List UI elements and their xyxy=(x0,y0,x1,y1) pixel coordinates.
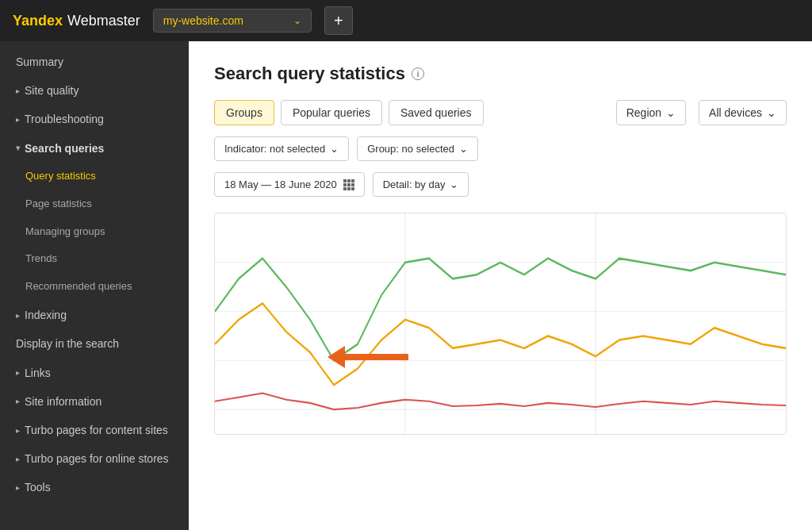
group-filter-button[interactable]: Group: no selected ⌄ xyxy=(357,136,478,161)
sidebar-item-label: Links xyxy=(25,366,51,380)
chevron-down-icon: ⌄ xyxy=(666,106,676,119)
yellow-line xyxy=(215,303,786,385)
filter-row: Indicator: not selected ⌄ Group: no sele… xyxy=(214,136,787,161)
devices-filter-button[interactable]: All devices ⌄ xyxy=(699,100,787,125)
sidebar-item-label: Site quality xyxy=(25,83,79,98)
chevron-right-icon xyxy=(16,114,20,125)
info-icon[interactable]: i xyxy=(412,67,424,80)
chart-container xyxy=(214,213,787,435)
date-range-text: 18 May — 18 June 2020 xyxy=(224,179,337,190)
sidebar-item-managing-groups[interactable]: Managing groups xyxy=(0,218,189,246)
chevron-right-icon xyxy=(16,425,20,436)
sidebar-item-search-queries[interactable]: Search queries xyxy=(0,134,189,163)
sidebar-item-query-statistics[interactable]: Query statistics xyxy=(0,163,189,190)
content-area: Search query statistics i Groups Popular… xyxy=(189,41,812,530)
sidebar-item-label: Recommended queries xyxy=(25,280,132,294)
header: Yandex Webmaster my-website.com ⌄ + xyxy=(0,0,812,41)
chevron-down-icon: ⌄ xyxy=(293,15,301,26)
sidebar-item-turbo-content[interactable]: Turbo pages for content sites xyxy=(0,416,189,444)
sidebar-item-links[interactable]: Links xyxy=(0,359,189,387)
sidebar-item-label: Search queries xyxy=(25,141,104,156)
sidebar-item-troubleshooting[interactable]: Troubleshooting xyxy=(0,105,189,133)
sidebar-item-page-statistics[interactable]: Page statistics xyxy=(0,190,189,218)
site-name: my-website.com xyxy=(163,14,243,27)
calendar-icon xyxy=(343,179,354,190)
sidebar-item-site-information[interactable]: Site information xyxy=(0,387,189,416)
sidebar: Summary Site quality Troubleshooting Sea… xyxy=(0,41,189,530)
sidebar-item-label: Turbo pages for content sites xyxy=(25,423,168,437)
sidebar-item-indexing[interactable]: Indexing xyxy=(0,301,189,329)
sidebar-item-label: Site information xyxy=(25,394,102,409)
sidebar-item-label: Turbo pages for online stores xyxy=(25,451,169,466)
sidebar-item-label: Managing groups xyxy=(25,225,105,239)
date-range-button[interactable]: 18 May — 18 June 2020 xyxy=(214,172,365,197)
sidebar-item-tools[interactable]: Tools xyxy=(0,473,189,501)
chevron-down-icon xyxy=(16,143,20,153)
chevron-down-icon: ⌄ xyxy=(450,179,458,190)
sidebar-item-label: Display in the search xyxy=(16,336,119,351)
chevron-down-icon: ⌄ xyxy=(459,143,468,155)
main-layout: Summary Site quality Troubleshooting Sea… xyxy=(0,41,812,530)
region-filter-button[interactable]: Region ⌄ xyxy=(616,100,686,125)
sidebar-item-label: Trends xyxy=(25,252,57,266)
indicator-filter-button[interactable]: Indicator: not selected ⌄ xyxy=(214,136,349,161)
site-selector[interactable]: my-website.com ⌄ xyxy=(153,9,312,33)
sidebar-item-recommended-queries[interactable]: Recommended queries xyxy=(0,273,189,301)
sidebar-item-display-in-search[interactable]: Display in the search xyxy=(0,329,189,358)
sidebar-item-label: Summary xyxy=(16,55,63,69)
logo-webmaster: Webmaster xyxy=(67,13,140,29)
sidebar-item-site-quality[interactable]: Site quality xyxy=(0,76,189,105)
sidebar-item-summary[interactable]: Summary xyxy=(0,48,189,76)
logo: Yandex Webmaster xyxy=(13,13,140,29)
sidebar-item-label: Tools xyxy=(25,480,51,494)
tabs-row: Groups Popular queries Saved queries Reg… xyxy=(214,100,787,125)
chevron-right-icon xyxy=(16,367,20,378)
add-site-button[interactable]: + xyxy=(324,6,353,35)
page-title: Search query statistics i xyxy=(214,63,787,84)
tab-groups[interactable]: Groups xyxy=(214,100,274,125)
red-line xyxy=(215,394,786,410)
sidebar-item-turbo-stores[interactable]: Turbo pages for online stores xyxy=(0,444,189,473)
chart-svg xyxy=(215,213,786,434)
logo-yandex: Yandex xyxy=(13,13,63,29)
chevron-right-icon xyxy=(16,482,20,493)
chevron-down-icon: ⌄ xyxy=(330,143,339,155)
chevron-down-icon: ⌄ xyxy=(767,106,776,119)
chevron-right-icon xyxy=(16,396,20,406)
sidebar-item-label: Query statistics xyxy=(25,170,96,183)
date-row: 18 May — 18 June 2020 Detail: by day ⌄ xyxy=(214,172,787,197)
sidebar-item-label: Page statistics xyxy=(25,198,92,211)
sidebar-item-label: Troubleshooting xyxy=(25,112,104,126)
sidebar-item-trends[interactable]: Trends xyxy=(0,245,189,273)
tab-popular-queries[interactable]: Popular queries xyxy=(281,100,382,125)
detail-filter-button[interactable]: Detail: by day ⌄ xyxy=(373,172,469,197)
chevron-right-icon xyxy=(16,454,20,464)
right-controls: Region ⌄ All devices ⌄ xyxy=(616,100,787,125)
sidebar-item-label: Indexing xyxy=(25,308,67,322)
tab-saved-queries[interactable]: Saved queries xyxy=(389,100,484,125)
chevron-right-icon xyxy=(16,310,20,321)
chevron-right-icon xyxy=(16,86,20,96)
